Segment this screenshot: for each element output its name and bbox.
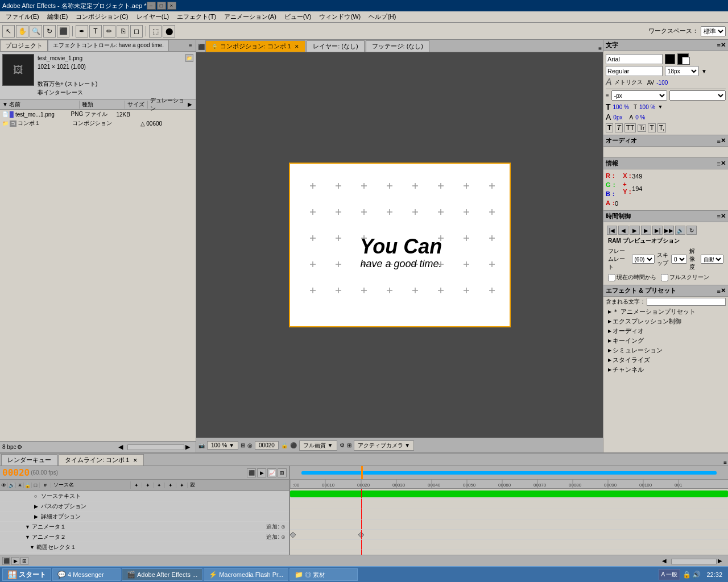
char-panel-close[interactable]: ✕	[721, 41, 726, 49]
char-sup[interactable]: T	[648, 123, 655, 132]
layer-row-range-sel[interactable]: ▼ 範囲セレクタ１	[0, 542, 289, 552]
info-panel-close[interactable]: ✕	[721, 160, 726, 167]
file-row-comp[interactable]: 📁 コ コンポ１ コンポジション △ 00600	[0, 119, 196, 128]
tl-bottom-btn2[interactable]: ▶	[11, 557, 19, 565]
work-area-range[interactable]	[301, 471, 717, 475]
tc-ram-preview[interactable]: ▶▶	[664, 226, 674, 235]
resolution-select[interactable]: 自動	[701, 255, 723, 264]
char-tracking-value[interactable]: -100	[656, 80, 668, 86]
char-size2-val[interactable]: 100 %	[639, 104, 655, 110]
layer-row-path-opts[interactable]: ▶ パスのオプション	[0, 501, 289, 512]
layer-row-detail-opts[interactable]: ▶ 詳細オプション	[0, 512, 289, 522]
comp-tab-icon[interactable]: ⬛	[197, 41, 205, 52]
effects-item-stylize[interactable]: ▶スタイライズ	[603, 355, 728, 365]
tool-rotate[interactable]: ↻	[43, 25, 56, 38]
menu-edit[interactable]: 編集(E)	[44, 12, 72, 22]
tl-scroll-right[interactable]: ▶	[718, 558, 726, 564]
tl-btn-render[interactable]: ▶	[257, 468, 266, 477]
layer-row-animator1[interactable]: ▼ アニメータ１ 追加: ⊙	[0, 522, 289, 532]
tc-prev-frame[interactable]: ◀	[618, 226, 628, 235]
char-size2-icon[interactable]: T	[634, 104, 637, 110]
comp-panel-menu[interactable]: ≡	[598, 45, 602, 52]
font-name-input[interactable]	[606, 54, 663, 64]
tool-text[interactable]: T	[89, 25, 102, 38]
project-scrollbar[interactable]	[127, 444, 184, 450]
char-italic[interactable]: T	[615, 123, 622, 132]
effects-item-channel[interactable]: ▶チャンネル	[603, 365, 728, 375]
tool-clone[interactable]: ⎘	[117, 25, 129, 38]
effects-item-expression[interactable]: ▶エクスプレッション制御	[603, 317, 728, 326]
from-current-check[interactable]: 現在の時間から	[608, 273, 656, 281]
eyedropper-btn[interactable]	[665, 54, 675, 64]
tc-audio[interactable]: 🔊	[675, 226, 685, 235]
maximize-button[interactable]: □	[157, 2, 166, 10]
effects-control-tab[interactable]: エフェクトコントロール: have a good time.	[48, 40, 169, 51]
project-panel-menu[interactable]: ≡	[185, 40, 196, 51]
tl-scroll-left[interactable]: ◀	[662, 558, 670, 564]
comp-grid[interactable]: ⊞	[241, 442, 245, 448]
char-tt[interactable]: TT	[624, 123, 636, 132]
char-tsub[interactable]: T,	[657, 123, 666, 132]
char-percent-icon[interactable]: A	[629, 114, 633, 120]
menu-help[interactable]: ヘルプ(H)	[365, 12, 399, 22]
taskbar-ae[interactable]: 🎬 Adobe After Effects ...	[122, 568, 202, 581]
comp-camera[interactable]: アクティブカメラ ▼	[354, 440, 415, 451]
tc-play[interactable]: ▶	[630, 226, 640, 235]
workspace-select[interactable]: 標準	[701, 26, 726, 36]
fullscreen-check[interactable]: フルスクリーン	[661, 273, 709, 281]
comp-quality[interactable]: フル画質 ▼	[299, 440, 337, 451]
tool-puppet[interactable]: ⬤	[163, 25, 175, 38]
tool-shape[interactable]: ⬚	[149, 25, 162, 38]
minimize-button[interactable]: –	[147, 2, 156, 10]
audio-panel-close[interactable]: ✕	[721, 137, 726, 144]
menu-window[interactable]: ウィンドウ(W)	[316, 12, 364, 22]
comp-toggle[interactable]: ◎	[247, 442, 253, 448]
comp-snapshot[interactable]: 📷	[198, 443, 205, 448]
project-scroll-right[interactable]: ▶	[185, 443, 193, 451]
tool-hand[interactable]: ✋	[16, 25, 28, 38]
char-offset-icon[interactable]: A	[606, 113, 611, 122]
close-button[interactable]: ×	[167, 2, 176, 10]
char-align2-select[interactable]	[669, 90, 726, 101]
file-row-png[interactable]: 📄 ▉ test_mo...1.png PNG ファイル 12KB	[0, 110, 196, 119]
col-expand[interactable]: ▶	[188, 101, 196, 107]
comp-tab-main[interactable]: 🔒 コンポジション: コンポ１ ✕	[205, 40, 305, 52]
effects-item-presets[interactable]: ▶＊ アニメーションプリセット	[603, 307, 728, 317]
taskbar-sozai[interactable]: 📁 ◎ 素材	[289, 568, 358, 581]
tl-btn-comp[interactable]: ⬛	[247, 468, 256, 477]
menu-effect[interactable]: エフェクト(T)	[173, 12, 220, 22]
playhead-top[interactable]	[361, 466, 363, 479]
char-tr[interactable]: Tr	[638, 124, 646, 132]
char-percent-val[interactable]: 0 %	[635, 114, 645, 120]
project-tab[interactable]: プロジェクト	[0, 40, 48, 51]
tool-zoom[interactable]: 🔍	[30, 25, 42, 38]
taskbar-messenger[interactable]: 💬 4 Messenger	[52, 568, 121, 581]
time-panel-close[interactable]: ✕	[721, 213, 726, 220]
tool-pen[interactable]: ✒	[76, 25, 88, 38]
menu-view[interactable]: ビュー(V)	[281, 12, 315, 22]
comp-alpha[interactable]: ⚫	[290, 442, 297, 448]
timeline-tab-close[interactable]: ✕	[133, 458, 138, 463]
start-button[interactable]: 🪟 スタート	[2, 568, 51, 581]
tc-last[interactable]: ▶|	[652, 226, 663, 235]
tl-scrollbar[interactable]	[671, 559, 717, 564]
layer-row-source-text[interactable]: ○ ソーステキスト	[0, 491, 289, 501]
frame-rate-select[interactable]: (60)	[632, 255, 655, 264]
effects-item-keying[interactable]: ▶キーイング	[603, 336, 728, 346]
char-size-val[interactable]: 100 %	[613, 104, 629, 110]
comp-zoom[interactable]: 100 % ▼	[207, 441, 238, 450]
comp-tab-close[interactable]: ✕	[295, 44, 299, 49]
char-offset-val[interactable]: 0px	[613, 114, 622, 120]
effects-item-audio[interactable]: ▶オーディオ	[603, 326, 728, 336]
tool-brush[interactable]: ✏	[103, 25, 115, 38]
tool-select[interactable]: ↖	[2, 25, 15, 38]
playhead[interactable]	[361, 489, 362, 498]
font-style-input[interactable]	[606, 66, 663, 76]
timeline-tab-main[interactable]: タイムライン: コンポ１ ✕	[59, 454, 144, 465]
tc-loop[interactable]: ↻	[686, 226, 697, 235]
comp-lock[interactable]: 🔒	[281, 442, 288, 448]
tool-camera[interactable]: ⬛	[57, 25, 69, 38]
comp-tab-layer[interactable]: レイヤー: (なし)	[307, 40, 364, 52]
taskbar-flash[interactable]: ⚡ Macromedia Flash Pr...	[204, 568, 288, 581]
char-metrics-icon[interactable]: A	[606, 77, 612, 88]
